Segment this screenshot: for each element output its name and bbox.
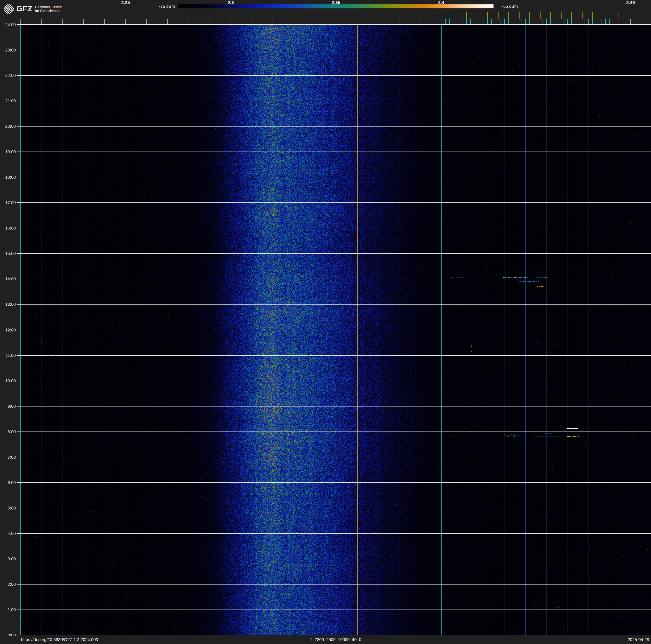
- freq-minor-tick: [104, 19, 105, 25]
- hour-tick: [17, 584, 20, 585]
- ble-channel-tick: [521, 19, 521, 24]
- hour-tick: [17, 202, 20, 203]
- ble-channel-tick: [555, 19, 555, 24]
- ble-channel-tick: [567, 19, 568, 24]
- wifi-channel-tick: [618, 12, 618, 19]
- hour-tick: [17, 482, 20, 483]
- freq-minor-tick: [167, 19, 168, 25]
- hour-label: 7:00: [1, 455, 16, 460]
- date-label: 2025-04-28: [628, 637, 649, 642]
- hour-label: 24:00: [1, 22, 16, 27]
- freq-minor-tick: [294, 19, 294, 25]
- ble-channel-tick: [470, 19, 471, 24]
- hour-label: 1:00: [1, 608, 16, 612]
- wifi-channel-tick: [487, 12, 488, 19]
- wifi-channel-tick: [529, 12, 530, 19]
- freq-minor-tick: [62, 19, 63, 25]
- ble-channel-tick: [450, 19, 450, 24]
- ble-channel-tick: [474, 19, 475, 24]
- hour-label: 14:00: [1, 276, 16, 281]
- spectrogram-canvas: [20, 25, 651, 635]
- freq-tick-label: 2.25: [116, 0, 135, 5]
- ble-channel-tick: [479, 19, 479, 24]
- freq-tick-label: 2.35: [327, 0, 345, 5]
- hour-label: 2:00: [1, 582, 16, 587]
- hour-tick: [17, 279, 20, 279]
- hour-label: 8:00: [1, 430, 16, 434]
- bottom-axis-line: [17, 635, 651, 635]
- hour-label: 17:00: [1, 200, 16, 205]
- spectrogram-page: { "header": { "logo": { "acronym": "GFZ"…: [0, 0, 651, 644]
- hour-tick: [17, 101, 20, 101]
- ble-channel-tick: [483, 19, 484, 24]
- ble-channel-tick: [513, 19, 513, 24]
- hour-tick: [17, 75, 20, 76]
- ble-channel-tick: [542, 19, 542, 24]
- hour-label: 23:00: [1, 48, 16, 52]
- wifi-channel-tick: [477, 12, 477, 19]
- hour-tick: [17, 151, 20, 152]
- ble-channel-tick: [592, 19, 593, 24]
- footer-bar: https://doi.org/10.5880/GFZ.1.2.2024.003…: [0, 636, 651, 644]
- hour-label: 21:00: [1, 98, 16, 103]
- hour-label: 10:00: [1, 379, 16, 383]
- ble-channel-tick: [576, 19, 576, 24]
- ble-channel-tick: [458, 19, 458, 24]
- wifi-channel-tick: [571, 12, 572, 19]
- freq-minor-tick: [20, 19, 21, 25]
- ble-channel-tick: [445, 19, 445, 24]
- wifi-channel-tick: [561, 12, 562, 19]
- hour-label: 3:00: [1, 557, 16, 561]
- freq-minor-tick: [125, 19, 126, 25]
- hour-tick: [17, 381, 20, 381]
- dataset-filename: 1_2200_2500_10000_40_0: [310, 637, 362, 642]
- hour-label: 15:00: [1, 251, 16, 256]
- hour-label: 6:00: [1, 480, 16, 485]
- hour-tick: [17, 50, 20, 50]
- hour-tick: [17, 304, 20, 304]
- hour-label: 18:00: [1, 175, 16, 179]
- top-axis-line: [17, 24, 651, 25]
- wifi-channel-tick: [582, 12, 583, 19]
- freq-minor-tick: [399, 19, 399, 25]
- ble-channel-tick: [500, 19, 500, 24]
- hour-tick: [17, 406, 20, 407]
- wifi-channel-tick: [540, 12, 540, 19]
- wifi-channel-tick: [466, 12, 467, 19]
- freq-minor-tick: [41, 19, 41, 25]
- hour-tick: [17, 228, 20, 228]
- ble-channel-tick: [534, 19, 534, 24]
- ble-channel-tick: [546, 19, 547, 24]
- ble-channel-tick: [529, 19, 530, 24]
- ble-channel-tick: [559, 19, 559, 24]
- hour-tick: [17, 457, 20, 457]
- logo-org-line1: Helmholtz Centre: [35, 5, 62, 9]
- logo-org-line2: for Geosciences: [35, 9, 62, 13]
- ble-channel-tick: [454, 19, 454, 24]
- ble-channel-tick: [466, 19, 467, 24]
- hour-label: 20:00: [1, 124, 16, 129]
- hour-label: 16:00: [1, 226, 16, 230]
- hour-label: 4:00: [1, 531, 16, 536]
- hour-tick: [17, 432, 20, 432]
- freq-tick-label: 2.3: [221, 0, 240, 5]
- logo-organization: Helmholtz Centre for Geosciences: [35, 5, 62, 12]
- hour-label: 5:00: [1, 506, 16, 510]
- hour-tick: [17, 330, 20, 330]
- ble-channel-tick: [605, 19, 606, 24]
- freq-major-tick: [630, 19, 631, 25]
- colorbar-min-label: -75 dBm: [146, 4, 175, 9]
- freq-tick-label: 2.49: [621, 0, 640, 5]
- freq-minor-tick: [230, 19, 231, 25]
- hour-label: 9:00: [1, 404, 16, 409]
- header-bar: GFZ Helmholtz Centre for Geosciences -75…: [0, 0, 651, 25]
- ble-channel-tick: [462, 19, 462, 24]
- wifi-channel-tick: [498, 12, 499, 19]
- hour-label: 13:00: [1, 302, 16, 306]
- ble-channel-tick: [580, 19, 580, 24]
- ble-channel-tick: [525, 19, 526, 24]
- colorbar-max-label: -55 dBm: [502, 4, 535, 9]
- ble-channel-tick: [597, 19, 597, 24]
- ble-channel-tick: [584, 19, 584, 24]
- wifi-channel-tick: [519, 12, 520, 19]
